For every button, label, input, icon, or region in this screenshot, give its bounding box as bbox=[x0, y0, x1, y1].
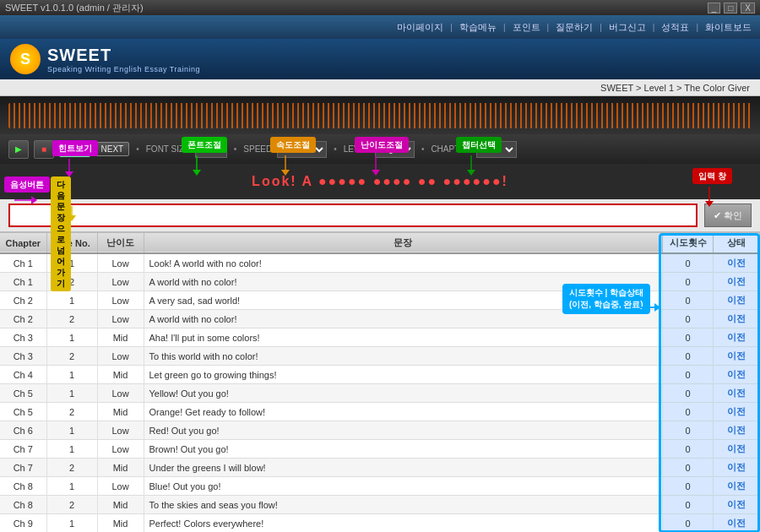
minimize-button[interactable]: _ bbox=[708, 3, 721, 14]
svg-marker-7 bbox=[372, 170, 380, 176]
cell-sentence: Look! A world with no color! bbox=[144, 253, 663, 273]
cell-tries: 0 bbox=[663, 347, 714, 366]
cell-diff: Mid bbox=[97, 514, 144, 533]
svg-marker-15 bbox=[705, 201, 714, 207]
voice-label-ann: 음성버튼 bbox=[4, 176, 50, 193]
logo-text-sub: Speaking Writing English Essay Training bbox=[47, 65, 200, 73]
cell-line: 2 bbox=[46, 310, 97, 328]
cell-status: 이전 bbox=[714, 310, 760, 328]
cell-status: 이전 bbox=[714, 253, 760, 273]
speed-label-ann: 속도조절 bbox=[270, 137, 316, 153]
logo-text-group: SWEET Speaking Writing English Essay Tra… bbox=[47, 46, 200, 73]
table-row[interactable]: Ch 4 1 Mid Let green go to growing thing… bbox=[0, 366, 760, 384]
input-label-ann: 입력 창 bbox=[692, 168, 732, 184]
cell-status: 이전 bbox=[714, 459, 760, 477]
maximize-button[interactable]: □ bbox=[724, 3, 737, 14]
play-button[interactable]: ▶ bbox=[8, 140, 29, 159]
nav-whiteboard[interactable]: 화이트보드 bbox=[705, 21, 752, 34]
cell-line: 1 bbox=[46, 291, 97, 310]
speed-label: SPEED bbox=[243, 144, 272, 154]
cell-tries: 0 bbox=[663, 310, 714, 328]
cell-chapter: Ch 8 bbox=[0, 496, 46, 514]
cell-line: 1 bbox=[46, 440, 97, 459]
cell-sentence: Aha! I'll put in some colors! bbox=[144, 328, 663, 347]
cell-line: 2 bbox=[46, 496, 97, 514]
waveform-bar bbox=[0, 96, 760, 134]
cell-line: 2 bbox=[46, 459, 97, 477]
table-row[interactable]: Ch 9 1 Mid Perfect! Colors everywhere! 0… bbox=[0, 514, 760, 533]
table-row[interactable]: Ch 5 1 Low Yellow! Out you go! 0 이전 bbox=[0, 384, 760, 403]
title-bar-controls: _ □ X bbox=[708, 3, 755, 14]
cell-diff: Low bbox=[97, 253, 144, 273]
cell-chapter: Ch 8 bbox=[0, 477, 46, 496]
nav-grades[interactable]: 성적표 bbox=[661, 21, 689, 34]
cell-line: 1 bbox=[46, 477, 97, 496]
header-sentence: 문장 bbox=[144, 233, 663, 253]
difficulty-label-ann: 난이도조절 bbox=[355, 137, 409, 153]
cell-status: 이전 bbox=[714, 440, 760, 459]
cell-diff: Low bbox=[97, 440, 144, 459]
cell-status: 이전 bbox=[714, 328, 760, 347]
title-bar: SWEET v1.0.1.0 (admin / 관리자) _ □ X bbox=[0, 0, 760, 15]
table-row[interactable]: Ch 8 2 Mid To the skies and seas you flo… bbox=[0, 496, 760, 514]
cell-tries: 0 bbox=[663, 328, 714, 347]
cell-status: 이전 bbox=[714, 366, 760, 384]
cell-diff: Low bbox=[97, 310, 144, 328]
input-area: ✔ 확인 bbox=[0, 199, 760, 233]
cell-sentence: To this world with no color! bbox=[144, 347, 663, 366]
close-button[interactable]: X bbox=[741, 3, 755, 14]
cell-chapter: Ch 9 bbox=[0, 514, 46, 533]
stop-button[interactable]: ■ bbox=[34, 140, 54, 159]
table-row[interactable]: Ch 7 2 Mid Under the greens I will blow!… bbox=[0, 459, 760, 477]
svg-marker-9 bbox=[467, 170, 475, 176]
cell-diff: Low bbox=[97, 384, 144, 403]
nav-bug[interactable]: 버그신고 bbox=[609, 21, 646, 34]
cell-status: 이전 bbox=[714, 421, 760, 440]
cell-tries: 0 bbox=[663, 366, 714, 384]
font-arrow bbox=[188, 155, 205, 181]
next-arrow bbox=[63, 206, 114, 223]
next-label-ann: 다음문장으로넘어가기 bbox=[51, 176, 71, 291]
nav-mypage[interactable]: 마이페이지 bbox=[397, 21, 443, 34]
nav-question[interactable]: 질문하기 bbox=[556, 21, 593, 34]
cell-status: 이전 bbox=[714, 273, 760, 291]
tries-status-annotation: 시도횟수 | 학습상태(이전, 학습중, 완료) bbox=[562, 284, 650, 314]
cell-diff: Low bbox=[97, 477, 144, 496]
cell-diff: Low bbox=[97, 273, 144, 291]
header-status: 상태 bbox=[714, 233, 760, 253]
table-row[interactable]: Ch 3 1 Mid Aha! I'll put in some colors!… bbox=[0, 328, 760, 347]
table-header-row: Chapter Line No. 난이도 문장 시도횟수 상태 bbox=[0, 233, 760, 253]
cell-chapter: Ch 1 bbox=[0, 253, 46, 273]
cell-tries: 0 bbox=[663, 440, 714, 459]
chapter-label-ann: 챕터선택 bbox=[456, 137, 502, 153]
table-row[interactable]: Ch 7 1 Low Brown! Out you go! 0 이전 bbox=[0, 440, 760, 459]
cell-diff: Mid bbox=[97, 328, 144, 347]
cell-sentence: Red! Out you go! bbox=[144, 421, 663, 440]
cell-status: 이전 bbox=[714, 347, 760, 366]
cell-sentence: Yellow! Out you go! bbox=[144, 384, 663, 403]
table-row[interactable]: Ch 1 1 Low Look! A world with no color! … bbox=[0, 253, 760, 273]
cell-chapter: Ch 5 bbox=[0, 403, 46, 421]
nav-point[interactable]: 포인트 bbox=[513, 21, 540, 34]
cell-chapter: Ch 6 bbox=[0, 421, 46, 440]
cell-status: 이전 bbox=[714, 496, 760, 514]
cell-sentence: Perfect! Colors everywhere! bbox=[144, 514, 663, 533]
next-button[interactable]: NEXT bbox=[95, 142, 130, 156]
table-row[interactable]: Ch 6 1 Low Red! Out you go! 0 이전 bbox=[0, 421, 760, 440]
cell-sentence: To the skies and seas you flow! bbox=[144, 496, 663, 514]
cell-tries: 0 bbox=[663, 273, 714, 291]
cell-line: 1 bbox=[46, 514, 97, 533]
voice-arrow bbox=[14, 192, 40, 209]
nav-study[interactable]: 학습메뉴 bbox=[459, 21, 497, 34]
cell-sentence: Orange! Get ready to follow! bbox=[144, 403, 663, 421]
cell-diff: Mid bbox=[97, 366, 144, 384]
table-row[interactable]: Ch 5 2 Mid Orange! Get ready to follow! … bbox=[0, 403, 760, 421]
svg-marker-5 bbox=[281, 170, 290, 176]
table-row[interactable]: Ch 3 2 Low To this world with no color! … bbox=[0, 347, 760, 366]
font-label-ann: 폰트조절 bbox=[182, 137, 227, 153]
cell-chapter: Ch 5 bbox=[0, 384, 46, 403]
svg-marker-17 bbox=[654, 303, 660, 312]
table-row[interactable]: Ch 8 1 Low Blue! Out you go! 0 이전 bbox=[0, 477, 760, 496]
main-table: Chapter Line No. 난이도 문장 시도횟수 상태 Ch 1 1 L… bbox=[0, 233, 760, 532]
app-logo: S SWEET Speaking Writing English Essay T… bbox=[10, 44, 200, 74]
